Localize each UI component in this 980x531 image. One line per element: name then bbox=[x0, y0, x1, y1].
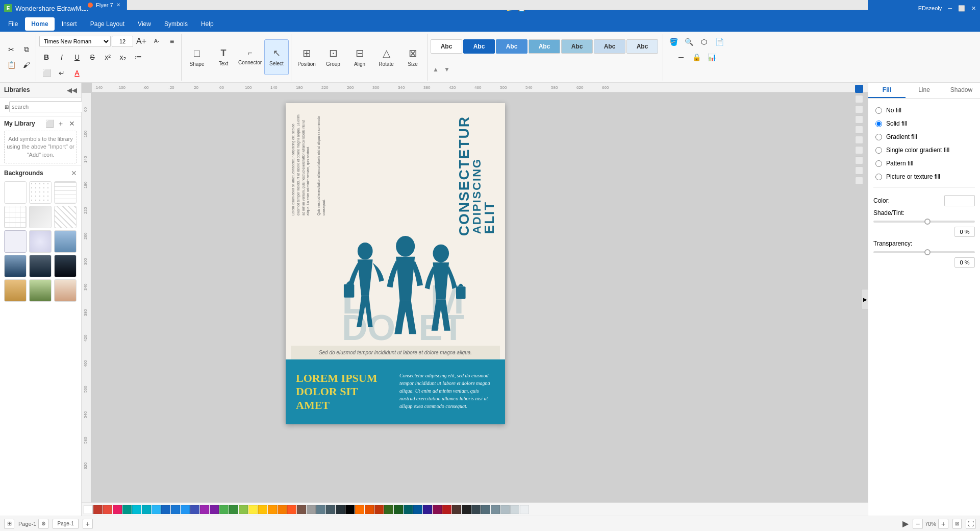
abc-style-3[interactable]: Abc bbox=[496, 39, 527, 54]
single-color-gradient-radio[interactable] bbox=[875, 147, 882, 154]
color-swatch-dark2[interactable] bbox=[336, 505, 345, 514]
color-swatch-extra15[interactable] bbox=[491, 505, 500, 514]
bg-item-6[interactable] bbox=[54, 206, 77, 228]
diagram-btn[interactable]: 📊 bbox=[705, 50, 719, 64]
picture-texture-option[interactable]: Picture or texture fill bbox=[873, 170, 975, 183]
color-swatch-teal1[interactable] bbox=[122, 505, 132, 514]
panel-icon-2[interactable] bbox=[855, 95, 863, 103]
zoom-in-btn[interactable]: + bbox=[938, 519, 948, 529]
color-swatch-deeporange[interactable] bbox=[287, 505, 296, 514]
list-btn[interactable]: ≔ bbox=[131, 50, 145, 64]
color-swatch-extra11[interactable] bbox=[452, 505, 461, 514]
bold-btn[interactable]: B bbox=[39, 50, 54, 64]
color-swatch-indigo[interactable] bbox=[190, 505, 199, 514]
paste-btn[interactable]: 📋 bbox=[4, 58, 18, 72]
strikethrough-btn[interactable]: S bbox=[85, 50, 99, 64]
transparency-value-input[interactable] bbox=[954, 257, 975, 268]
line-wrap-btn[interactable]: ↵ bbox=[55, 66, 69, 80]
color-swatch-extra7[interactable] bbox=[413, 505, 422, 514]
superscript-btn[interactable]: x² bbox=[100, 50, 115, 64]
color-swatch-extra14[interactable] bbox=[481, 505, 490, 514]
grid-toggle-btn[interactable]: ⊞ bbox=[4, 519, 14, 529]
text-tool-btn[interactable]: T Text bbox=[211, 39, 236, 75]
color-swatch-white[interactable] bbox=[84, 505, 93, 514]
single-color-gradient-option[interactable]: Single color gradient fill bbox=[873, 143, 975, 157]
abc-scroll-up[interactable]: ▲ bbox=[431, 64, 441, 75]
bg-item-10[interactable] bbox=[4, 255, 27, 277]
color-swatch-teal2[interactable] bbox=[132, 505, 141, 514]
solid-fill-radio[interactable] bbox=[875, 120, 882, 127]
color-swatch-red1[interactable] bbox=[93, 505, 103, 514]
pattern-fill-radio[interactable] bbox=[875, 160, 882, 167]
panel-icon-5[interactable] bbox=[855, 126, 863, 134]
format-shape-btn[interactable]: ⬡ bbox=[697, 35, 711, 49]
bg-item-empty[interactable] bbox=[4, 181, 27, 204]
search-replace-btn[interactable]: 🔍 bbox=[682, 35, 696, 49]
abc-scroll-down[interactable]: ▼ bbox=[442, 64, 452, 75]
color-swatch-lime[interactable] bbox=[239, 505, 248, 514]
menu-insert[interactable]: Insert bbox=[56, 17, 83, 31]
color-swatch-purple2[interactable] bbox=[210, 505, 219, 514]
abc-style-5[interactable]: Abc bbox=[561, 39, 593, 54]
canvas-tab-flyer7[interactable]: Flyer 7 ✕ bbox=[82, 0, 127, 10]
line-tab[interactable]: Line bbox=[906, 83, 943, 98]
panel-icon-8[interactable] bbox=[855, 156, 863, 164]
backgrounds-close-btn[interactable]: ✕ bbox=[71, 169, 77, 177]
color-swatch-extra1[interactable] bbox=[355, 505, 364, 514]
page-view-btn[interactable]: 📄 bbox=[712, 35, 726, 49]
shade-value-input[interactable] bbox=[954, 227, 975, 237]
shadow-tab[interactable]: Shadow bbox=[943, 83, 980, 98]
color-swatch-extra2[interactable] bbox=[365, 505, 374, 514]
color-swatch-skyblue[interactable] bbox=[152, 505, 161, 514]
panel-icon-4[interactable] bbox=[855, 115, 863, 124]
color-swatch-blue3[interactable] bbox=[181, 505, 190, 514]
align-btn[interactable]: ≡ bbox=[165, 34, 179, 49]
my-lib-icon1[interactable]: ⬜ bbox=[44, 118, 55, 129]
color-swatch-blue1[interactable] bbox=[161, 505, 170, 514]
panel-icon-6[interactable] bbox=[855, 136, 863, 144]
color-swatch-red2[interactable] bbox=[103, 505, 112, 514]
color-swatch-dark1[interactable] bbox=[326, 505, 335, 514]
backgrounds-title[interactable]: Backgrounds bbox=[4, 170, 43, 177]
color-swatch-grey2[interactable] bbox=[316, 505, 325, 514]
shape-tool-btn[interactable]: □ Shape bbox=[185, 39, 209, 75]
flyer-document[interactable]: Lorem ipsum dolor sit amet, consectetur … bbox=[286, 103, 505, 424]
abc-style-2[interactable]: Abc bbox=[463, 39, 495, 54]
abc-style-1[interactable]: Abc bbox=[431, 39, 462, 54]
menu-home[interactable]: Home bbox=[25, 17, 54, 31]
panel-icon-10[interactable] bbox=[855, 177, 863, 185]
color-swatch-extra6[interactable] bbox=[404, 505, 413, 514]
color-swatch-orange2[interactable] bbox=[278, 505, 287, 514]
color-swatch-extra3[interactable] bbox=[374, 505, 384, 514]
bg-item-14[interactable] bbox=[29, 279, 52, 302]
color-swatch-extra9[interactable] bbox=[433, 505, 442, 514]
right-panel-collapse-btn[interactable]: ▶ bbox=[861, 289, 868, 309]
bg-item-13[interactable] bbox=[4, 279, 27, 302]
select-tool-btn[interactable]: ↖ Select bbox=[264, 39, 289, 75]
menu-file[interactable]: File bbox=[2, 17, 24, 31]
fill-tab[interactable]: Fill bbox=[868, 83, 906, 98]
bg-item-5[interactable] bbox=[29, 206, 52, 228]
color-swatch-green2[interactable] bbox=[229, 505, 238, 514]
abc-style-6[interactable]: Abc bbox=[594, 39, 625, 54]
solid-fill-option[interactable]: Solid fill bbox=[873, 117, 975, 130]
canvas-tab-close[interactable]: ✕ bbox=[116, 2, 120, 8]
size-btn[interactable]: ⊠ Size bbox=[400, 39, 425, 75]
color-swatch-purple1[interactable] bbox=[200, 505, 209, 514]
color-swatch-grey1[interactable] bbox=[307, 505, 316, 514]
color-swatch-cyan[interactable] bbox=[142, 505, 151, 514]
canvas-area[interactable]: -140 -100 -60 -20 20 60 100 140 180 220 … bbox=[82, 83, 868, 516]
group-btn[interactable]: ⊡ Group bbox=[321, 39, 345, 75]
color-swatch-extra5[interactable] bbox=[394, 505, 403, 514]
align-btn2[interactable]: ⊟ Align bbox=[347, 39, 372, 75]
my-lib-add-btn[interactable]: + bbox=[56, 118, 66, 129]
my-lib-close-btn[interactable]: ✕ bbox=[67, 118, 77, 129]
color-swatch-extra4[interactable] bbox=[384, 505, 393, 514]
color-swatch-blue2[interactable] bbox=[171, 505, 180, 514]
close-btn[interactable]: ✕ bbox=[971, 5, 976, 12]
zoom-out-btn[interactable]: − bbox=[913, 519, 923, 529]
canvas-content[interactable]: Lorem ipsum dolor sit amet, consectetur … bbox=[92, 93, 868, 516]
color-swatch-yellow2[interactable] bbox=[258, 505, 267, 514]
bg-item-lines[interactable] bbox=[54, 181, 77, 204]
gradient-fill-radio[interactable] bbox=[875, 134, 882, 140]
